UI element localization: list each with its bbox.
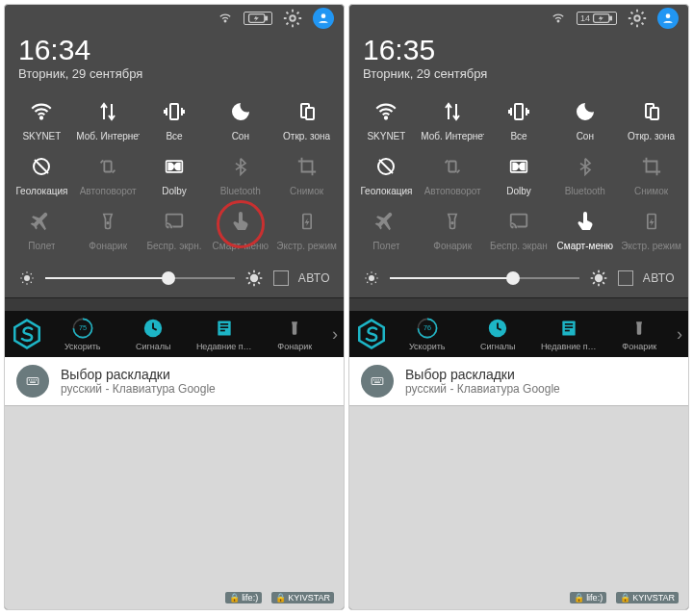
qs-tile-crop[interactable]: Снимок xyxy=(618,153,684,196)
notification-card[interactable]: Выбор раскладкирусский - Клавиатура Goog… xyxy=(349,357,688,405)
svg-rect-60 xyxy=(375,379,376,380)
auto-brightness-checkbox[interactable] xyxy=(273,270,289,286)
svg-rect-62 xyxy=(380,379,381,380)
keyboard-hint-row xyxy=(349,297,688,311)
qs-tile-torch[interactable]: Фонарик xyxy=(420,208,486,251)
qs-tile-torch[interactable]: Фонарик xyxy=(75,208,141,251)
qs-tile-sleep[interactable]: zСон xyxy=(207,98,273,141)
qs-tile-label: Фонарик xyxy=(433,241,472,251)
torch-icon xyxy=(439,208,466,235)
svg-text:76: 76 xyxy=(424,323,431,332)
sec-tile-boost[interactable]: 76Ускорить xyxy=(394,317,461,351)
tab-pill[interactable]: 🔒 KYIVSTAR xyxy=(271,592,334,603)
qs-tile-data[interactable]: Моб. Интернет xyxy=(75,98,141,141)
profile-avatar[interactable] xyxy=(657,8,679,29)
qs-tile-rotate[interactable]: Автоповорот xyxy=(420,153,486,196)
sec-tile-recent[interactable]: Недавние п… xyxy=(535,317,603,351)
svg-rect-2 xyxy=(266,16,268,19)
date-text: Вторник, 29 сентября xyxy=(18,66,330,81)
sun-high-icon xyxy=(244,269,264,288)
brightness-slider[interactable] xyxy=(390,277,579,279)
qs-tile-hotspot[interactable]: Откр. зона xyxy=(618,98,684,141)
qs-tile-label: Все xyxy=(510,131,526,141)
svg-rect-63 xyxy=(374,382,380,383)
qs-tile-crop[interactable]: Снимок xyxy=(273,153,340,196)
clock-block: 16:35Вторник, 29 сентября xyxy=(349,32,688,90)
gear-icon[interactable] xyxy=(282,8,303,29)
gear-icon[interactable] xyxy=(627,8,648,29)
qs-tile-label: Все xyxy=(166,131,182,141)
data-icon xyxy=(439,98,466,125)
notification-subtitle: русский - Клавиатура Google xyxy=(61,382,216,396)
svg-rect-29 xyxy=(34,379,35,380)
qs-tile-dolby[interactable]: Dolby xyxy=(486,153,552,196)
qs-tile-touch[interactable]: Смарт-меню xyxy=(207,208,273,251)
sec-tile-label: Недавние п… xyxy=(196,342,252,351)
qs-tile-data[interactable]: Моб. Интернет xyxy=(420,98,486,141)
qs-tile-airplane[interactable]: Полет xyxy=(353,208,420,251)
touch-icon xyxy=(572,208,599,235)
svg-point-16 xyxy=(24,275,30,281)
qs-tile-label: SKYNET xyxy=(367,131,405,141)
tab-pill[interactable]: 🔒 life:) xyxy=(225,592,262,603)
notification-card[interactable]: Выбор раскладкирусский - Клавиатура Goog… xyxy=(5,357,344,405)
sec-tile-torch-bar[interactable]: Фонарик xyxy=(606,317,674,351)
svg-point-49 xyxy=(594,274,602,282)
chevron-right-icon[interactable]: › xyxy=(332,324,338,345)
svg-point-4 xyxy=(321,13,326,18)
qs-tile-saver[interactable]: Экстр. режим xyxy=(273,208,340,251)
qs-tile-airplane[interactable]: Полет xyxy=(9,208,75,251)
qs-tile-rotate[interactable]: Автоповорот xyxy=(75,153,141,196)
svg-point-0 xyxy=(224,20,226,22)
svg-rect-61 xyxy=(378,379,379,380)
time-text: 16:35 xyxy=(363,34,675,66)
battery-indicator: 14 xyxy=(577,12,617,25)
svg-rect-23 xyxy=(220,323,228,325)
svg-rect-43 xyxy=(449,162,456,172)
crop-icon xyxy=(294,153,321,180)
rotate-icon xyxy=(94,153,121,180)
qs-tile-label: Экстр. режим xyxy=(621,241,681,251)
sec-tile-clock[interactable]: Сигналы xyxy=(465,317,532,351)
cast-icon xyxy=(505,208,532,235)
qs-tile-location-off[interactable]: Геолокация xyxy=(353,153,420,196)
dolby-icon xyxy=(161,153,188,180)
sun-low-icon xyxy=(363,270,380,287)
tab-pill[interactable]: 🔒 KYIVSTAR xyxy=(616,592,679,603)
sec-tile-boost[interactable]: 75Ускорить xyxy=(49,317,116,351)
qs-tile-vibrate[interactable]: Все xyxy=(141,98,208,141)
qs-tile-cast[interactable]: Беспр. экрн. xyxy=(141,208,208,251)
chevron-right-icon[interactable]: › xyxy=(677,324,682,345)
sec-tile-torch-bar[interactable]: Фонарик xyxy=(262,317,329,351)
vibrate-icon xyxy=(505,98,532,125)
wifi-icon xyxy=(372,98,399,125)
qs-tile-touch[interactable]: Смарт-меню xyxy=(552,208,618,251)
tab-pill[interactable]: 🔒 life:) xyxy=(570,592,606,603)
touch-icon xyxy=(227,208,254,235)
security-app-bar[interactable]: 76УскоритьСигналыНедавние п…Фонарик› xyxy=(349,311,688,357)
boost-icon: 75 xyxy=(71,317,94,340)
qs-tile-label: Полет xyxy=(372,241,399,251)
qs-tile-sleep[interactable]: zСон xyxy=(552,98,618,141)
sec-tile-recent[interactable]: Недавние п… xyxy=(191,317,258,351)
svg-point-48 xyxy=(369,275,374,281)
qs-tile-bluetooth[interactable]: Bluetooth xyxy=(207,153,273,196)
qs-tile-cast[interactable]: Беспр. экран xyxy=(486,208,552,251)
profile-avatar[interactable] xyxy=(313,8,334,29)
qs-tile-label: Экстр. режим xyxy=(276,241,337,251)
status-bar: 14 xyxy=(349,5,688,32)
qs-tile-wifi[interactable]: SKYNET xyxy=(9,98,75,141)
qs-tile-saver[interactable]: Экстр. режим xyxy=(618,208,684,251)
sec-tile-clock[interactable]: Сигналы xyxy=(120,317,188,351)
brightness-slider[interactable] xyxy=(45,277,235,279)
keyboard-icon xyxy=(361,365,394,398)
qs-tile-hotspot[interactable]: Откр. зона xyxy=(273,98,340,141)
qs-tile-vibrate[interactable]: Все xyxy=(486,98,552,141)
qs-tile-location-off[interactable]: Геолокация xyxy=(9,153,75,196)
auto-brightness-checkbox[interactable] xyxy=(618,270,633,286)
qs-tile-wifi[interactable]: SKYNET xyxy=(353,98,420,141)
security-app-bar[interactable]: 75УскоритьСигналыНедавние п…Фонарик› xyxy=(5,311,344,357)
qs-tile-dolby[interactable]: Dolby xyxy=(141,153,208,196)
qs-tile-bluetooth[interactable]: Bluetooth xyxy=(552,153,618,196)
qs-tile-label: SKYNET xyxy=(22,131,61,141)
